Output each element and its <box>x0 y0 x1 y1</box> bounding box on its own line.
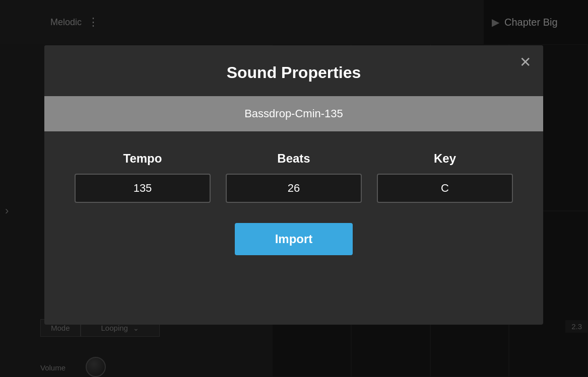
close-button[interactable]: ✕ <box>519 55 531 69</box>
import-button[interactable]: Import <box>235 223 353 255</box>
beats-label: Beats <box>277 152 310 166</box>
file-name-text: Bassdrop-Cmin-135 <box>244 107 343 120</box>
properties-section: Tempo Beats Key <box>44 131 543 218</box>
import-section: Import <box>44 218 543 270</box>
key-group: Key <box>377 152 513 203</box>
modal-title: Sound Properties <box>227 63 361 82</box>
modal-header: Sound Properties ✕ <box>44 45 543 96</box>
beats-input[interactable] <box>226 174 362 203</box>
beats-group: Beats <box>226 152 362 203</box>
file-name-bar: Bassdrop-Cmin-135 <box>44 96 543 131</box>
key-label: Key <box>434 152 456 166</box>
tempo-label: Tempo <box>123 152 162 166</box>
key-input[interactable] <box>377 174 513 203</box>
tempo-group: Tempo <box>75 152 211 203</box>
tempo-input[interactable] <box>75 174 211 203</box>
sound-properties-modal: Sound Properties ✕ Bassdrop-Cmin-135 Tem… <box>44 45 543 325</box>
